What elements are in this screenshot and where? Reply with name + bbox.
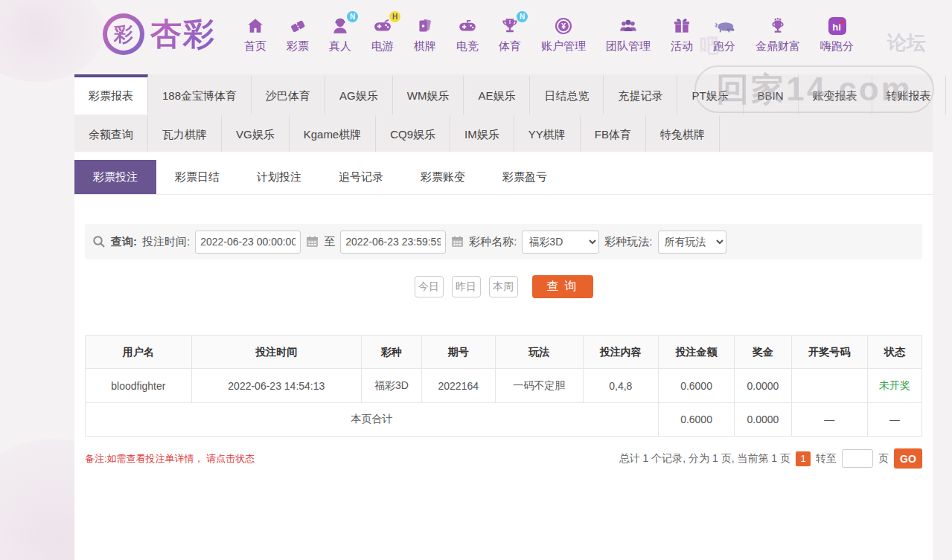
subtabs: 彩票投注彩票日结计划投注追号记录彩票账变彩票盈亏 xyxy=(74,160,933,195)
status-link[interactable]: 未开奖 xyxy=(867,369,921,403)
calendar-icon[interactable] xyxy=(306,236,319,248)
new-badge: N xyxy=(517,11,528,22)
this-week-button[interactable]: 本周 xyxy=(489,276,518,297)
report-tab[interactable]: VG娱乐 xyxy=(222,115,290,152)
table-header-cell: 用户名 xyxy=(86,336,192,369)
quick-button-row: 今日 昨日 本周 查 询 xyxy=(74,275,933,298)
nav-item-棋牌[interactable]: 棋牌 xyxy=(414,15,436,54)
report-tab[interactable]: 彩票报表 xyxy=(74,74,148,115)
goto-page-input[interactable] xyxy=(842,449,873,468)
report-tab[interactable]: Kgame棋牌 xyxy=(290,115,377,152)
gift-icon xyxy=(671,15,693,37)
nav-item-活动[interactable]: 活动 xyxy=(671,15,693,54)
report-tab[interactable]: 瓦力棋牌 xyxy=(148,115,222,152)
sub-tab[interactable]: 彩票盈亏 xyxy=(484,160,566,194)
today-button[interactable]: 今日 xyxy=(415,276,444,297)
pagination-summary: 总计 1 个记录, 分为 1 页, 当前第 1 页 xyxy=(619,452,790,466)
report-tab[interactable]: PT娱乐 xyxy=(677,74,743,115)
nav-item-label: 账户管理 xyxy=(541,39,586,54)
table-cell xyxy=(791,369,867,403)
report-tab[interactable]: 特兔棋牌 xyxy=(646,115,720,152)
nav-item-电游[interactable]: H电游 xyxy=(371,15,394,54)
summary-label: 本页合计 xyxy=(86,403,659,437)
site-logo[interactable]: 彩 杏彩 xyxy=(103,13,216,55)
cards-icon xyxy=(414,15,436,37)
sub-tab[interactable]: 追号记录 xyxy=(320,160,402,194)
svg-text:¥ bf: ¥ bf xyxy=(729,29,732,30)
nav-item-label: 棋牌 xyxy=(414,39,436,54)
sub-tab[interactable]: 彩票账变 xyxy=(402,160,484,194)
report-tab[interactable]: FB体育 xyxy=(581,115,646,152)
page-unit-label: 页 xyxy=(878,452,889,466)
go-button[interactable]: GO xyxy=(894,448,922,469)
to-label: 至 xyxy=(324,235,335,249)
nav-item-金鼎财富[interactable]: 金鼎财富 xyxy=(755,15,800,54)
lottery-name-select[interactable]: 福彩3D xyxy=(522,231,599,254)
nav-item-label: 金鼎财富 xyxy=(755,39,800,54)
new-badge: H xyxy=(389,11,400,22)
report-tab[interactable]: IM娱乐 xyxy=(450,115,514,152)
yesterday-button[interactable]: 昨日 xyxy=(452,276,481,297)
logo-text: 杏彩 xyxy=(150,13,216,55)
report-tab[interactable]: YY棋牌 xyxy=(514,115,581,152)
report-tab[interactable]: 日结总览 xyxy=(530,74,604,115)
report-tab[interactable]: WM娱乐 xyxy=(393,74,464,115)
table-header-cell: 期号 xyxy=(421,336,495,369)
query-button[interactable]: 查 询 xyxy=(532,275,593,298)
current-page-button[interactable]: 1 xyxy=(796,451,811,466)
sub-tab[interactable]: 计划投注 xyxy=(238,160,320,194)
nav-item-label: 活动 xyxy=(671,39,693,54)
report-tab[interactable]: 188金宝博体育 xyxy=(148,74,252,115)
svg-text:I: I xyxy=(509,19,511,25)
nav-item-嗨跑分[interactable]: hi嗨跑分 xyxy=(820,15,854,54)
report-tab[interactable]: CQ9娱乐 xyxy=(376,115,450,152)
nav-item-跑分[interactable]: ¥ bf跑分 xyxy=(713,15,735,54)
bet-time-label: 投注时间: xyxy=(142,235,190,249)
team-people-icon xyxy=(617,15,639,37)
table-summary-row: 本页合计 0.6000 0.0000 — — xyxy=(86,403,922,437)
nav-item-彩票[interactable]: 彩票 xyxy=(287,15,309,54)
report-tab[interactable]: 返点总额 xyxy=(946,74,952,115)
hi-app-icon: hi xyxy=(826,15,849,37)
summary-bet-total: 0.6000 xyxy=(658,403,734,437)
calendar-icon[interactable] xyxy=(451,236,464,248)
time-to-input[interactable] xyxy=(340,231,446,254)
report-tab[interactable]: 充提记录 xyxy=(604,74,677,115)
report-tab[interactable]: 转账报表 xyxy=(872,74,946,115)
report-tab[interactable]: 账变报表 xyxy=(799,74,872,115)
table-header-cell: 开奖号码 xyxy=(791,336,867,369)
account-coin-icon: ¥ xyxy=(552,15,575,37)
sub-tab[interactable]: 彩票投注 xyxy=(74,160,156,194)
nav-item-账户管理[interactable]: ¥账户管理 xyxy=(541,15,586,54)
table-header-row: 用户名投注时间彩种期号玩法投注内容投注金额奖金开奖号码状态 xyxy=(86,336,922,369)
play-type-select[interactable]: 所有玩法 xyxy=(658,231,726,254)
report-tab[interactable]: 沙巴体育 xyxy=(252,74,325,115)
esports-gamepad-icon xyxy=(456,15,479,37)
table-cell: 2022164 xyxy=(421,369,495,403)
play-type-label: 彩种玩法: xyxy=(604,235,652,249)
report-table: 用户名投注时间彩种期号玩法投注内容投注金额奖金开奖号码状态 bloodfight… xyxy=(85,335,922,437)
nav-item-真人[interactable]: N真人 xyxy=(329,15,351,54)
table-header-cell: 奖金 xyxy=(735,336,791,369)
nav-item-体育[interactable]: IN体育 xyxy=(499,15,521,54)
logo-flower-icon: 彩 xyxy=(103,13,144,55)
report-tab[interactable]: AG娱乐 xyxy=(325,74,393,115)
summary-draw-dash: — xyxy=(791,403,867,437)
nav-item-团队管理[interactable]: 团队管理 xyxy=(606,15,651,54)
svg-text:¥: ¥ xyxy=(561,22,566,30)
nav-item-电竞[interactable]: 电竞 xyxy=(456,15,479,54)
nav-item-首页[interactable]: 首页 xyxy=(244,15,266,54)
report-tab[interactable]: BBIN xyxy=(744,74,799,115)
egame-gamepad-icon: H xyxy=(371,15,394,37)
live-person-icon: N xyxy=(329,15,351,37)
time-from-input[interactable] xyxy=(195,231,301,254)
table-header-cell: 投注金额 xyxy=(658,336,734,369)
rhino-icon: ¥ bf xyxy=(713,15,735,37)
report-tab[interactable]: 余额查询 xyxy=(74,115,148,152)
sub-tab[interactable]: 彩票日结 xyxy=(156,160,238,194)
nav-item-label: 电游 xyxy=(371,39,394,54)
table-row: bloodfighter2022-06-23 14:54:13福彩3D20221… xyxy=(86,369,922,403)
table-cell: bloodfighter xyxy=(86,369,192,403)
table-header-cell: 投注内容 xyxy=(583,336,658,369)
report-tab[interactable]: AE娱乐 xyxy=(464,74,530,115)
